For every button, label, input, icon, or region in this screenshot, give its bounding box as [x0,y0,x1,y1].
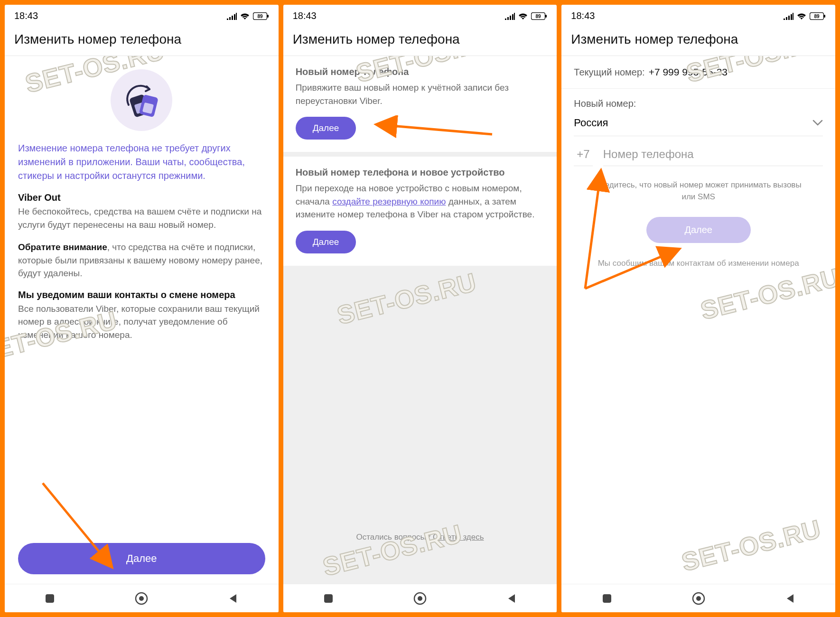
card-body: Привяжите ваш новый номер к учётной запи… [296,81,545,107]
faq-link-row: Остались вопросы? Ответы здесь [356,533,484,542]
svg-text:89: 89 [257,14,263,19]
nav-home-icon[interactable] [134,591,149,606]
nav-recent-icon[interactable] [44,592,56,605]
section-title: Viber Out [18,192,265,203]
current-number-row: Текущий номер: +7 999 995-55-33 [561,56,835,89]
svg-text:89: 89 [814,14,820,19]
notice-text: Мы сообщим вашим контактам об изменении … [574,252,823,270]
signal-icon [226,12,237,20]
svg-rect-23 [603,594,611,603]
svg-point-25 [696,596,701,601]
card-new-number: Новый номер телефона Привяжите ваш новый… [283,56,557,152]
svg-rect-19 [824,15,825,18]
intro-text: Изменение номера телефона не требует дру… [5,141,279,183]
faq-link[interactable]: Ответы здесь [433,533,484,542]
status-time: 18:43 [293,10,317,21]
status-time: 18:43 [14,10,38,21]
next-button-disabled[interactable]: Далее [646,217,751,243]
footer-area: Остались вопросы? Ответы здесь [283,303,557,555]
backup-link[interactable]: создайте резервную копию [332,196,446,206]
page-title: Изменить номер телефона [283,25,557,56]
status-time: 18:43 [571,10,595,21]
nav-recent-icon[interactable] [322,592,335,605]
phone-screen-2: 18:43 89 Изменить номер телефона Новый н… [283,5,557,612]
svg-rect-8 [46,594,54,603]
status-indicators: 89 [504,12,547,20]
current-number-value: +7 999 995-55-33 [649,66,728,78]
nav-home-icon[interactable] [413,591,427,606]
section-attention: Обратите внимание, что средства на счёте… [5,231,279,280]
nav-back-icon[interactable] [227,592,239,605]
page-title: Изменить номер телефона [561,25,835,56]
android-nav-bar [283,584,557,612]
new-number-label: Новый номер: [574,98,823,109]
battery-icon: 89 [531,12,547,20]
content-area: Новый номер телефона Привяжите ваш новый… [283,56,557,584]
content-area: Изменение номера телефона не требует дру… [5,56,279,584]
wifi-icon [518,12,528,20]
next-button[interactable]: Далее [296,231,356,253]
status-bar: 18:43 89 [5,5,279,25]
phone-screen-1: 18:43 89 Изменить номер телефона Изменен… [5,5,279,612]
svg-rect-12 [545,15,547,18]
phone-prefix: +7 [574,148,592,166]
svg-point-10 [139,596,144,601]
new-number-area: Новый номер: Россия +7 Номер телефона Уб… [561,89,835,273]
svg-point-17 [418,596,422,601]
section-viber-out: Viber Out Не беспокойтесь, средства на в… [5,183,279,231]
content-area: Текущий номер: +7 999 995-55-33 Новый но… [561,56,835,584]
signal-icon [504,12,515,20]
watermark: SET-OS.RU [679,514,824,577]
next-button[interactable]: Далее [296,117,356,140]
section-title: Мы уведомим ваши контакты о смене номера [18,290,265,300]
svg-rect-15 [324,594,333,603]
battery-icon: 89 [810,12,826,20]
nav-back-icon[interactable] [505,592,518,605]
sim-swap-icon [111,69,172,131]
next-button[interactable]: Далее [18,543,265,574]
status-indicators: 89 [783,12,826,20]
section-body: Не беспокойтесь, средства на вашем счёте… [18,205,265,231]
hint-text: Убедитесь, что новый номер может принима… [574,179,823,203]
section-body: Все пользователи Viber, которые сохранил… [18,302,265,342]
card-new-number-device: Новый номер телефона и новое устройство … [283,157,557,266]
section-notify: Мы уведомим ваши контакты о смене номера… [5,280,279,342]
bold-prefix: Обратите внимание [18,242,107,252]
phone-input-row: +7 Номер телефона [574,136,823,171]
signal-icon [783,12,793,20]
country-value: Россия [574,117,608,129]
android-nav-bar [5,584,279,612]
svg-rect-1 [267,15,269,18]
status-bar: 18:43 89 [561,5,835,25]
page-title: Изменить номер телефона [5,25,279,56]
illustration-area [5,56,279,141]
card-title: Новый номер телефона и новое устройство [296,167,545,178]
nav-recent-icon[interactable] [601,592,613,605]
nav-back-icon[interactable] [784,592,796,605]
phone-number-input[interactable]: Номер телефона [603,148,823,166]
card-title: Новый номер телефона [296,66,545,77]
card-body: При переходе на новое устройство с новым… [296,182,545,221]
status-indicators: 89 [226,12,269,20]
android-nav-bar [561,584,835,612]
svg-text:89: 89 [536,14,541,19]
phone-screen-3: 18:43 89 Изменить номер телефона Текущий… [561,5,835,612]
battery-icon: 89 [253,12,269,20]
chevron-down-icon [812,120,823,126]
section-body: Обратите внимание, что средства на счёте… [18,241,265,280]
country-select[interactable]: Россия [574,112,823,136]
status-bar: 18:43 89 [283,5,557,25]
wifi-icon [796,12,807,20]
wifi-icon [240,12,250,20]
current-number-label: Текущий номер: [574,67,644,78]
nav-home-icon[interactable] [691,591,706,606]
